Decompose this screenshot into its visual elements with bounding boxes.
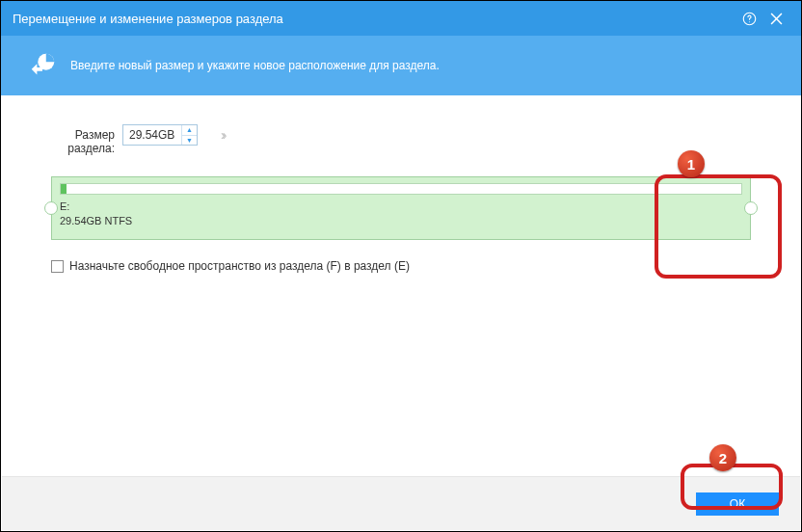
svg-point-1 bbox=[749, 21, 750, 22]
size-spinner[interactable]: ▲ ▼ bbox=[122, 124, 198, 146]
spin-down-icon[interactable]: ▼ bbox=[182, 136, 197, 146]
assign-free-space-label: Назначьте свободное пространство из разд… bbox=[69, 259, 410, 273]
ok-button[interactable]: ОК bbox=[696, 492, 779, 516]
assign-free-space-row[interactable]: Назначьте свободное пространство из разд… bbox=[51, 259, 762, 273]
partition-track[interactable]: E: 29.54GB NTFS bbox=[40, 176, 762, 240]
partition-info: 29.54GB NTFS bbox=[60, 214, 742, 228]
resize-handle-left[interactable] bbox=[44, 201, 58, 215]
window-title: Перемещение и изменение размеров раздела bbox=[13, 12, 735, 26]
spin-up-icon[interactable]: ▲ bbox=[182, 125, 197, 136]
expand-icon[interactable]: ›› bbox=[221, 124, 224, 143]
usage-bar bbox=[60, 183, 742, 195]
size-row: Размер раздела: ▲ ▼ ›› bbox=[47, 124, 762, 155]
partition-drive: E: bbox=[60, 200, 742, 214]
partition-icon bbox=[28, 51, 57, 80]
footer: ОК bbox=[2, 476, 800, 530]
close-icon[interactable] bbox=[762, 5, 789, 32]
partition-block[interactable]: E: 29.54GB NTFS bbox=[51, 176, 751, 240]
size-input[interactable] bbox=[123, 125, 181, 145]
size-label: Размер раздела: bbox=[47, 124, 115, 155]
annotation-badge-2: 2 bbox=[709, 444, 736, 471]
usage-fill bbox=[61, 184, 67, 194]
assign-free-space-checkbox[interactable] bbox=[51, 260, 64, 273]
banner-text: Введите новый размер и укажите новое рас… bbox=[70, 59, 440, 72]
content-area: Размер раздела: ▲ ▼ ›› E: 29.54GB NTFS Н… bbox=[1, 95, 801, 273]
resize-handle-right[interactable] bbox=[744, 201, 758, 215]
info-banner: Введите новый размер и укажите новое рас… bbox=[1, 36, 801, 95]
titlebar: Перемещение и изменение размеров раздела bbox=[1, 1, 801, 36]
help-icon[interactable] bbox=[735, 5, 762, 32]
